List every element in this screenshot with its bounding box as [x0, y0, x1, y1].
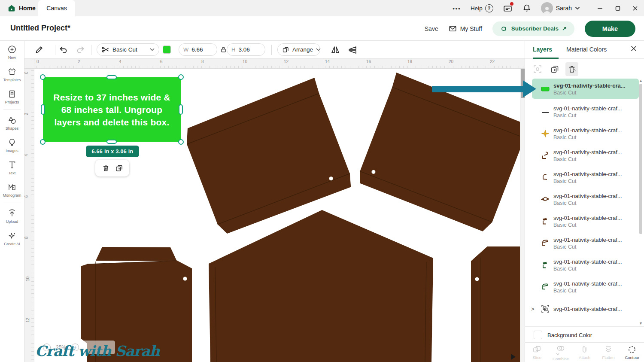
layer-type: Basic Cut [553, 287, 635, 293]
help-button[interactable]: Help ? [471, 4, 493, 12]
panel-scrollbar[interactable]: ▲ ▼ [639, 79, 643, 325]
sidebar-item-label: Templates [3, 78, 21, 82]
layer-row[interactable]: svg-01-nativity-stable-craf...Basic Cut [525, 276, 644, 298]
contour-icon [627, 345, 637, 354]
selection-handle-left[interactable] [41, 104, 45, 115]
sidebar-item-shapes[interactable]: Shapes [0, 112, 24, 134]
bell-icon[interactable] [522, 3, 532, 13]
canvas-shape-roof-right[interactable] [354, 73, 520, 233]
sidebar-item-projects[interactable]: Projects [0, 85, 24, 108]
upload-icon [7, 209, 17, 218]
selection-handle-bottom-left[interactable] [40, 139, 46, 145]
ruler-tick-label: 0 [24, 72, 29, 74]
sidebar-item-templates[interactable]: Templates [0, 63, 24, 85]
layer-type: Basic Cut [553, 200, 635, 206]
layer-row[interactable]: svg-01-nativity-stable-craf...Basic Cut [525, 100, 644, 122]
attach-button[interactable]: Attach [573, 343, 596, 362]
layer-row[interactable]: svg-01-nativity-stable-cra...Basic Cut [532, 79, 639, 99]
sidebar-item-create-ai[interactable]: Create AI [0, 227, 24, 249]
combine-button[interactable]: Combine [549, 343, 572, 362]
slice-button[interactable]: Slice [525, 343, 549, 362]
instruction-note-box[interactable]: Resize to 37 inches wide & 68 inches tal… [43, 77, 181, 142]
layer-thumbnail-star [541, 129, 550, 138]
sidebar-item-monogram[interactable]: Monogram [0, 179, 24, 201]
canvas-shape-roof-left[interactable] [181, 78, 356, 237]
scroll-down-icon[interactable]: ▼ [639, 321, 643, 325]
selection-handle-bottom-right[interactable] [178, 139, 184, 145]
canvas-shape-gable[interactable] [209, 210, 433, 362]
flip-vertical-icon[interactable] [347, 45, 358, 55]
canvas-vertical-scrollbar[interactable] [520, 69, 525, 362]
scroll-up-icon[interactable]: ▲ [639, 79, 643, 83]
overflow-menu-icon[interactable]: ••• [453, 5, 461, 12]
layer-row[interactable]: svg-01-nativity-stable-craf...Basic Cut [525, 232, 644, 254]
sidebar-item-images[interactable]: Images [0, 134, 24, 156]
selection-handle-bottom[interactable] [106, 140, 117, 144]
selection-handle-top[interactable] [106, 75, 117, 79]
flatten-button[interactable]: Flatten [596, 343, 620, 362]
duplicate-object-icon[interactable] [115, 164, 123, 172]
selection-handle-top-left[interactable] [40, 74, 46, 80]
flip-horizontal-icon[interactable] [330, 45, 340, 55]
layer-name: svg-01-nativity-stable-craf... [553, 258, 635, 265]
sidebar-item-new[interactable]: New [0, 41, 24, 63]
layer-group-row[interactable]: >svg-01-nativity-stable-craf... [525, 298, 644, 319]
panel-scrollbar-thumb[interactable] [639, 84, 642, 234]
tab-home[interactable]: Home [8, 0, 36, 16]
linetype-dropdown[interactable]: Basic Cut [97, 43, 159, 56]
make-button[interactable]: Make [585, 21, 635, 37]
selection-handle-top-right[interactable] [178, 74, 184, 80]
save-button[interactable]: Save [425, 25, 438, 32]
select-all-icon[interactable] [531, 62, 544, 76]
header-bar: Untitled Project* Save My Stuff Subscrib… [0, 16, 644, 41]
lock-icon[interactable] [220, 46, 227, 53]
ruler-tick-label: 20 [449, 59, 453, 64]
background-color-swatch[interactable] [534, 331, 542, 339]
window-close-button[interactable] [632, 6, 638, 11]
width-field[interactable]: W 6.66 [179, 43, 217, 56]
layer-row[interactable]: svg-01-nativity-stable-craf...Basic Cut [525, 122, 644, 144]
delete-object-icon[interactable] [102, 164, 110, 172]
scroll-right-arrow[interactable] [511, 354, 516, 360]
sidebar-item-text[interactable]: Text [0, 156, 24, 179]
window-minimize-button[interactable] [597, 6, 603, 11]
layer-row[interactable]: svg-01-nativity-stable-craf...Basic Cut [525, 166, 644, 188]
user-menu[interactable]: Sarah [541, 2, 580, 14]
watermark: Craft with Sarah [35, 343, 160, 359]
tab-layers[interactable]: Layers [533, 46, 552, 53]
contour-button[interactable]: Contour [620, 343, 644, 362]
design-canvas[interactable]: Resize to 37 inches wide & 68 inches tal… [34, 69, 520, 362]
delete-layer-button[interactable] [565, 62, 578, 76]
arrange-dropdown[interactable]: Arrange [277, 43, 320, 56]
layer-row[interactable]: svg-01-nativity-stable-craf...Basic Cut [525, 254, 644, 276]
pencil-icon[interactable] [34, 45, 44, 55]
panel-close-icon[interactable] [630, 45, 637, 52]
expand-chevron-icon[interactable]: > [531, 305, 535, 312]
sidebar-item-label: Shapes [6, 126, 19, 131]
tab-material-colors[interactable]: Material Colors [566, 46, 607, 53]
selection-handle-right[interactable] [179, 104, 183, 115]
layer-type: Basic Cut [553, 134, 635, 140]
color-swatch[interactable] [163, 46, 171, 54]
subscription-card-icon[interactable] [503, 3, 513, 13]
redo-icon[interactable] [76, 45, 85, 55]
layer-row[interactable]: svg-01-nativity-stable-craf...Basic Cut [525, 144, 644, 166]
canvas-shape-wall-right[interactable] [471, 246, 520, 362]
subscriber-deals-button[interactable]: Subscriber Deals ↗ [492, 21, 574, 36]
height-field[interactable]: H 3.06 [227, 43, 265, 56]
layer-row[interactable]: svg-01-nativity-stable-craf...Basic Cut [525, 210, 644, 232]
layer-row[interactable]: svg-01-nativity-stable-craf...Basic Cut [525, 188, 644, 210]
monogram-icon [7, 183, 17, 192]
scrollbar-thumb[interactable] [521, 69, 525, 98]
window-maximize-button[interactable] [615, 6, 620, 11]
chevron-down-icon [575, 6, 580, 10]
ruler-tick-label: 10 [243, 59, 247, 64]
action-label: Attach [579, 355, 590, 360]
duplicate-layer-icon[interactable] [548, 62, 561, 76]
tab-canvas[interactable]: Canvas [38, 0, 75, 16]
undo-icon[interactable] [58, 45, 68, 55]
balloon-icon [7, 138, 17, 147]
background-color-row: Background Color [534, 331, 592, 339]
sidebar-item-upload[interactable]: Upload [0, 205, 24, 227]
my-stuff-button[interactable]: My Stuff [449, 25, 482, 32]
